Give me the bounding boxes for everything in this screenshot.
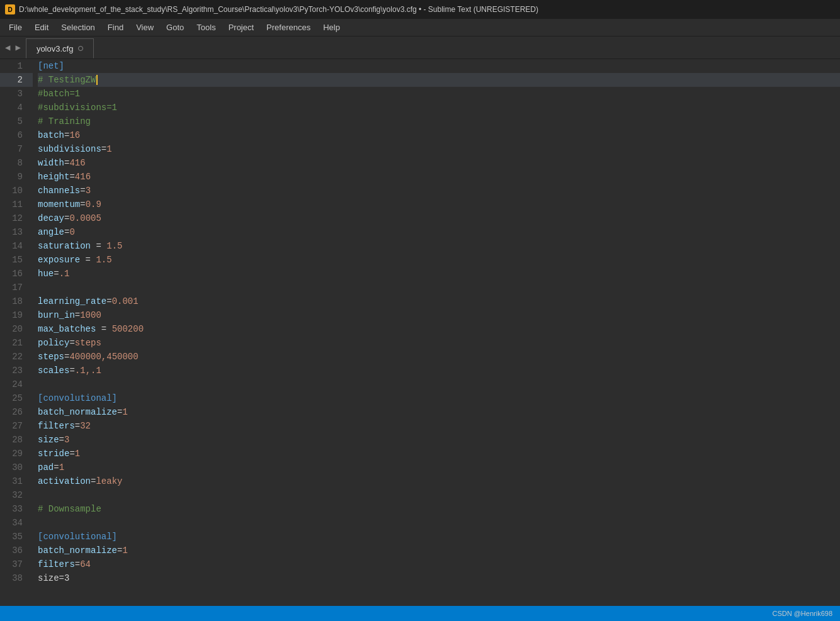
line-number-26: 26 bbox=[0, 405, 33, 419]
code-line-25: [convolutional] bbox=[38, 391, 840, 405]
app-icon: D bbox=[5, 4, 15, 14]
editor: 1234567891011121314151617181920212223242… bbox=[0, 59, 840, 606]
line-number-35: 35 bbox=[0, 530, 33, 544]
line-number-19: 19 bbox=[0, 308, 33, 322]
code-line-27: filters=32 bbox=[38, 419, 840, 433]
menu-item-file[interactable]: File bbox=[3, 21, 28, 34]
code-line-38: size=3 bbox=[38, 571, 840, 585]
code-line-6: batch=16 bbox=[38, 128, 840, 142]
line-number-12: 12 bbox=[0, 211, 33, 225]
nav-arrows: ◀ ▶ bbox=[0, 36, 26, 59]
code-line-13: angle=0 bbox=[38, 225, 840, 239]
menu-item-goto[interactable]: Goto bbox=[160, 21, 190, 34]
code-line-36: batch_normalize=1 bbox=[38, 544, 840, 557]
line-number-31: 31 bbox=[0, 474, 33, 488]
code-line-21: policy=steps bbox=[38, 336, 840, 350]
code-line-7: subdivisions=1 bbox=[38, 142, 840, 156]
line-number-28: 28 bbox=[0, 433, 33, 447]
code-line-34 bbox=[38, 516, 840, 530]
line-number-5: 5 bbox=[0, 115, 33, 128]
menu-item-tools[interactable]: Tools bbox=[190, 21, 222, 34]
line-number-20: 20 bbox=[0, 322, 33, 336]
line-number-14: 14 bbox=[0, 239, 33, 253]
code-line-14: saturation = 1.5 bbox=[38, 239, 840, 253]
line-number-32: 32 bbox=[0, 488, 33, 502]
code-line-28: size=3 bbox=[38, 433, 840, 447]
code-line-10: channels=3 bbox=[38, 184, 840, 198]
line-number-24: 24 bbox=[0, 378, 33, 391]
title-text: D:\whole_development_of_the_stack_study\… bbox=[19, 5, 538, 14]
line-number-38: 38 bbox=[0, 571, 33, 585]
code-line-37: filters=64 bbox=[38, 557, 840, 571]
line-number-10: 10 bbox=[0, 184, 33, 198]
nav-forward[interactable]: ▶ bbox=[13, 41, 23, 54]
code-line-8: width=416 bbox=[38, 156, 840, 170]
code-line-15: exposure = 1.5 bbox=[38, 253, 840, 267]
code-line-31: activation=leaky bbox=[38, 474, 840, 488]
line-number-13: 13 bbox=[0, 225, 33, 239]
code-line-17 bbox=[38, 281, 840, 294]
line-number-2: 2 bbox=[0, 73, 33, 87]
nav-back[interactable]: ◀ bbox=[3, 41, 13, 54]
menu-bar: FileEditSelectionFindViewGotoToolsProjec… bbox=[0, 19, 840, 36]
watermark: CSDN @Henrik698 bbox=[772, 610, 832, 617]
code-line-19: burn_in=1000 bbox=[38, 308, 840, 322]
line-number-8: 8 bbox=[0, 156, 33, 170]
line-number-1: 1 bbox=[0, 59, 33, 73]
code-line-26: batch_normalize=1 bbox=[38, 405, 840, 419]
line-number-6: 6 bbox=[0, 128, 33, 142]
line-numbers: 1234567891011121314151617181920212223242… bbox=[0, 59, 33, 606]
code-line-3: #batch=1 bbox=[38, 87, 840, 101]
menu-item-help[interactable]: Help bbox=[317, 21, 346, 34]
code-line-4: #subdivisions=1 bbox=[38, 101, 840, 115]
line-number-7: 7 bbox=[0, 142, 33, 156]
code-line-35: [convolutional] bbox=[38, 530, 840, 544]
line-number-16: 16 bbox=[0, 267, 33, 281]
line-number-4: 4 bbox=[0, 101, 33, 115]
line-number-18: 18 bbox=[0, 294, 33, 308]
tab-modified-indicator bbox=[78, 46, 83, 51]
code-line-30: pad=1 bbox=[38, 461, 840, 474]
line-number-37: 37 bbox=[0, 557, 33, 571]
line-number-9: 9 bbox=[0, 170, 33, 184]
line-number-23: 23 bbox=[0, 364, 33, 378]
line-number-11: 11 bbox=[0, 198, 33, 211]
line-number-22: 22 bbox=[0, 350, 33, 364]
code-content[interactable]: [net]# TestingZW#batch=1#subdivisions=1#… bbox=[33, 59, 840, 606]
code-line-11: momentum=0.9 bbox=[38, 198, 840, 211]
code-line-32 bbox=[38, 488, 840, 502]
code-line-9: height=416 bbox=[38, 170, 840, 184]
code-line-22: steps=400000,450000 bbox=[38, 350, 840, 364]
menu-item-edit[interactable]: Edit bbox=[28, 21, 55, 34]
menu-item-project[interactable]: Project bbox=[222, 21, 260, 34]
code-line-24 bbox=[38, 378, 840, 391]
code-line-12: decay=0.0005 bbox=[38, 211, 840, 225]
line-number-21: 21 bbox=[0, 336, 33, 350]
line-number-17: 17 bbox=[0, 281, 33, 294]
line-number-27: 27 bbox=[0, 419, 33, 433]
tab-bar: ◀ ▶ yolov3.cfg bbox=[0, 36, 840, 59]
menu-item-preferences[interactable]: Preferences bbox=[260, 21, 317, 34]
code-line-18: learning_rate=0.001 bbox=[38, 294, 840, 308]
line-number-33: 33 bbox=[0, 502, 33, 516]
line-number-30: 30 bbox=[0, 461, 33, 474]
line-number-34: 34 bbox=[0, 516, 33, 530]
code-line-23: scales=.1,.1 bbox=[38, 364, 840, 378]
menu-item-view[interactable]: View bbox=[130, 21, 160, 34]
line-number-36: 36 bbox=[0, 544, 33, 557]
line-number-25: 25 bbox=[0, 391, 33, 405]
code-line-2: # TestingZW bbox=[38, 73, 840, 87]
menu-item-find[interactable]: Find bbox=[101, 21, 130, 34]
code-line-16: hue=.1 bbox=[38, 267, 840, 281]
tab-filename: yolov3.cfg bbox=[37, 44, 74, 53]
code-line-20: max_batches = 500200 bbox=[38, 322, 840, 336]
line-number-3: 3 bbox=[0, 87, 33, 101]
code-line-29: stride=1 bbox=[38, 447, 840, 461]
status-bar: CSDN @Henrik698 bbox=[0, 606, 840, 621]
code-line-5: # Training bbox=[38, 115, 840, 128]
tab-yolov3cfg[interactable]: yolov3.cfg bbox=[26, 38, 94, 59]
menu-item-selection[interactable]: Selection bbox=[55, 21, 101, 34]
line-number-29: 29 bbox=[0, 447, 33, 461]
title-bar: D D:\whole_development_of_the_stack_stud… bbox=[0, 0, 840, 19]
code-line-1: [net] bbox=[38, 59, 840, 73]
